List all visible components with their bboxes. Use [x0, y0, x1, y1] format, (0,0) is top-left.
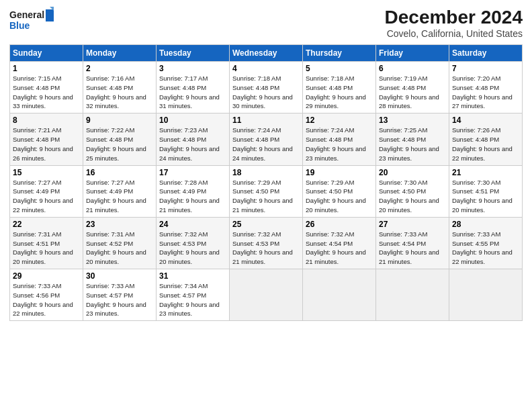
table-row: 20 Sunrise: 7:30 AMSunset: 4:50 PMDaylig…	[376, 165, 449, 217]
cell-info: Sunrise: 7:30 AMSunset: 4:51 PMDaylight:…	[452, 179, 513, 214]
day-number: 16	[86, 168, 153, 177]
day-number: 21	[452, 168, 519, 177]
cell-info: Sunrise: 7:18 AMSunset: 4:48 PMDaylight:…	[232, 75, 293, 109]
day-number: 17	[159, 168, 226, 177]
table-row: 7 Sunrise: 7:20 AMSunset: 4:48 PMDayligh…	[449, 62, 523, 113]
day-number: 30	[86, 271, 153, 281]
cell-info: Sunrise: 7:32 AMSunset: 4:54 PMDaylight:…	[306, 230, 366, 265]
cell-info: Sunrise: 7:33 AMSunset: 4:56 PMDaylight:…	[13, 282, 73, 317]
cell-info: Sunrise: 7:34 AMSunset: 4:57 PMDaylight:…	[159, 282, 220, 317]
cell-info: Sunrise: 7:31 AMSunset: 4:51 PMDaylight:…	[13, 230, 73, 265]
table-row: 1 Sunrise: 7:15 AMSunset: 4:48 PMDayligh…	[10, 62, 83, 113]
calendar-week-row: 1 Sunrise: 7:15 AMSunset: 4:48 PMDayligh…	[10, 62, 523, 113]
table-row: 31 Sunrise: 7:34 AMSunset: 4:57 PMDaylig…	[157, 269, 230, 321]
table-row: 12 Sunrise: 7:24 AMSunset: 4:48 PMDaylig…	[303, 113, 376, 165]
table-row: 9 Sunrise: 7:22 AMSunset: 4:48 PMDayligh…	[83, 113, 157, 165]
day-number: 2	[86, 64, 153, 73]
day-number: 12	[306, 116, 373, 125]
col-tuesday: Tuesday	[157, 45, 230, 62]
table-row	[303, 269, 376, 321]
table-row: 21 Sunrise: 7:30 AMSunset: 4:51 PMDaylig…	[449, 165, 523, 217]
col-wednesday: Wednesday	[230, 45, 303, 62]
table-row: 27 Sunrise: 7:33 AMSunset: 4:54 PMDaylig…	[376, 217, 449, 269]
day-number: 8	[13, 116, 80, 125]
logo: General Blue	[9, 7, 55, 32]
table-row: 28 Sunrise: 7:33 AMSunset: 4:55 PMDaylig…	[449, 217, 523, 269]
day-number: 18	[232, 168, 300, 177]
cell-info: Sunrise: 7:30 AMSunset: 4:50 PMDaylight:…	[379, 179, 439, 214]
cell-info: Sunrise: 7:18 AMSunset: 4:48 PMDaylight:…	[306, 75, 366, 109]
day-number: 24	[159, 220, 226, 229]
day-number: 13	[379, 116, 446, 125]
col-sunday: Sunday	[10, 45, 83, 62]
day-number: 9	[86, 116, 153, 125]
title-block: December 2024 Covelo, California, United…	[385, 7, 523, 39]
table-row: 3 Sunrise: 7:17 AMSunset: 4:48 PMDayligh…	[157, 62, 230, 113]
subtitle: Covelo, California, United States	[385, 28, 523, 39]
table-row: 26 Sunrise: 7:32 AMSunset: 4:54 PMDaylig…	[303, 217, 376, 269]
day-number: 27	[379, 220, 446, 229]
day-number: 28	[452, 220, 519, 229]
day-number: 7	[452, 64, 519, 73]
day-number: 4	[232, 64, 300, 73]
table-row: 4 Sunrise: 7:18 AMSunset: 4:48 PMDayligh…	[230, 62, 303, 113]
table-row: 30 Sunrise: 7:33 AMSunset: 4:57 PMDaylig…	[83, 269, 157, 321]
calendar-week-row: 29 Sunrise: 7:33 AMSunset: 4:56 PMDaylig…	[10, 269, 523, 321]
cell-info: Sunrise: 7:31 AMSunset: 4:52 PMDaylight:…	[86, 230, 146, 265]
calendar-week-row: 8 Sunrise: 7:21 AMSunset: 4:48 PMDayligh…	[10, 113, 523, 165]
cell-info: Sunrise: 7:25 AMSunset: 4:48 PMDaylight:…	[379, 126, 439, 161]
cell-info: Sunrise: 7:22 AMSunset: 4:48 PMDaylight:…	[86, 126, 146, 161]
cell-info: Sunrise: 7:17 AMSunset: 4:48 PMDaylight:…	[159, 75, 220, 109]
table-row: 15 Sunrise: 7:27 AMSunset: 4:49 PMDaylig…	[10, 165, 83, 217]
page: General Blue December 2024 Covelo, Calif…	[0, 0, 532, 411]
table-row: 22 Sunrise: 7:31 AMSunset: 4:51 PMDaylig…	[10, 217, 83, 269]
logo-svg: General Blue	[9, 7, 55, 32]
table-row: 5 Sunrise: 7:18 AMSunset: 4:48 PMDayligh…	[303, 62, 376, 113]
cell-info: Sunrise: 7:27 AMSunset: 4:49 PMDaylight:…	[13, 179, 73, 214]
table-row: 19 Sunrise: 7:29 AMSunset: 4:50 PMDaylig…	[303, 165, 376, 217]
table-row: 6 Sunrise: 7:19 AMSunset: 4:48 PMDayligh…	[376, 62, 449, 113]
day-number: 14	[452, 116, 519, 125]
cell-info: Sunrise: 7:29 AMSunset: 4:50 PMDaylight:…	[232, 179, 293, 214]
cell-info: Sunrise: 7:20 AMSunset: 4:48 PMDaylight:…	[452, 75, 513, 109]
cell-info: Sunrise: 7:32 AMSunset: 4:53 PMDaylight:…	[159, 230, 220, 265]
cell-info: Sunrise: 7:15 AMSunset: 4:48 PMDaylight:…	[13, 75, 73, 109]
day-number: 5	[306, 64, 373, 73]
cell-info: Sunrise: 7:16 AMSunset: 4:48 PMDaylight:…	[86, 75, 146, 109]
table-row: 16 Sunrise: 7:27 AMSunset: 4:49 PMDaylig…	[83, 165, 157, 217]
cell-info: Sunrise: 7:33 AMSunset: 4:54 PMDaylight:…	[379, 230, 439, 265]
cell-info: Sunrise: 7:23 AMSunset: 4:48 PMDaylight:…	[159, 126, 220, 161]
cell-info: Sunrise: 7:29 AMSunset: 4:50 PMDaylight:…	[306, 179, 366, 214]
calendar-header-row: Sunday Monday Tuesday Wednesday Thursday…	[10, 45, 523, 62]
day-number: 1	[13, 64, 80, 73]
cell-info: Sunrise: 7:33 AMSunset: 4:55 PMDaylight:…	[452, 230, 513, 265]
day-number: 11	[232, 116, 300, 125]
col-saturday: Saturday	[449, 45, 523, 62]
day-number: 20	[379, 168, 446, 177]
col-friday: Friday	[376, 45, 449, 62]
main-title: December 2024	[385, 7, 523, 28]
cell-info: Sunrise: 7:33 AMSunset: 4:57 PMDaylight:…	[86, 282, 146, 317]
cell-info: Sunrise: 7:26 AMSunset: 4:48 PMDaylight:…	[452, 126, 513, 161]
day-number: 31	[159, 271, 226, 281]
table-row: 11 Sunrise: 7:24 AMSunset: 4:48 PMDaylig…	[230, 113, 303, 165]
day-number: 23	[86, 220, 153, 229]
table-row	[230, 269, 303, 321]
table-row: 14 Sunrise: 7:26 AMSunset: 4:48 PMDaylig…	[449, 113, 523, 165]
table-row: 17 Sunrise: 7:28 AMSunset: 4:49 PMDaylig…	[157, 165, 230, 217]
cell-info: Sunrise: 7:28 AMSunset: 4:49 PMDaylight:…	[159, 179, 220, 214]
table-row: 13 Sunrise: 7:25 AMSunset: 4:48 PMDaylig…	[376, 113, 449, 165]
table-row: 10 Sunrise: 7:23 AMSunset: 4:48 PMDaylig…	[157, 113, 230, 165]
col-thursday: Thursday	[303, 45, 376, 62]
cell-info: Sunrise: 7:19 AMSunset: 4:48 PMDaylight:…	[379, 75, 439, 109]
svg-text:Blue: Blue	[9, 20, 30, 31]
svg-marker-2	[46, 9, 54, 21]
table-row: 2 Sunrise: 7:16 AMSunset: 4:48 PMDayligh…	[83, 62, 157, 113]
cell-info: Sunrise: 7:27 AMSunset: 4:49 PMDaylight:…	[86, 179, 146, 214]
day-number: 19	[306, 168, 373, 177]
calendar-table: Sunday Monday Tuesday Wednesday Thursday…	[9, 44, 523, 321]
day-number: 29	[13, 271, 80, 281]
cell-info: Sunrise: 7:32 AMSunset: 4:53 PMDaylight:…	[232, 230, 293, 265]
table-row	[376, 269, 449, 321]
table-row: 24 Sunrise: 7:32 AMSunset: 4:53 PMDaylig…	[157, 217, 230, 269]
